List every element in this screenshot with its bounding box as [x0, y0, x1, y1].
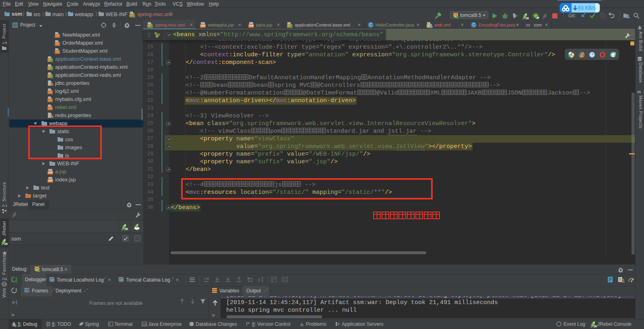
- svg-text:s: s: [26, 289, 28, 293]
- svg-text:EE: EE: [142, 323, 147, 326]
- svg-text:JP: JP: [537, 16, 540, 19]
- svg-text:JR: JR: [593, 325, 597, 328]
- svg-text:JR: JR: [525, 17, 529, 20]
- svg-text:JR: JR: [4, 243, 8, 245]
- svg-text:JR: JR: [124, 228, 128, 230]
